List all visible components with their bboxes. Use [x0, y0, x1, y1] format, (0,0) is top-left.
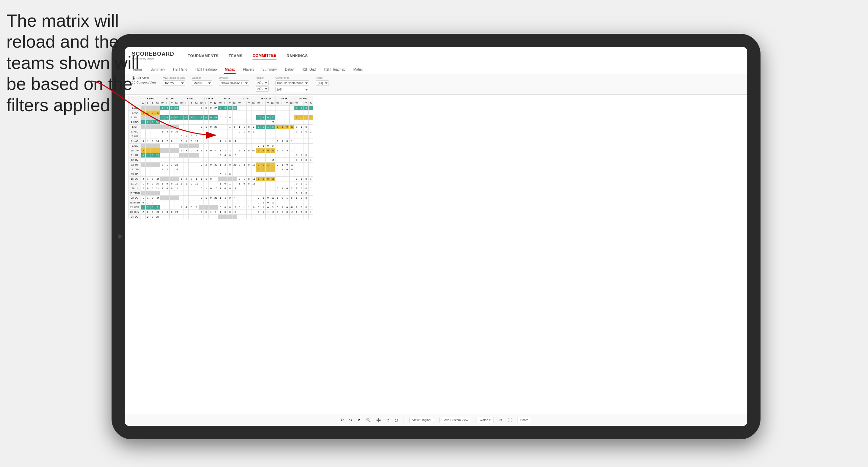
cell: 0 — [218, 172, 223, 177]
wlt-l8: L — [280, 101, 285, 106]
cell — [304, 134, 309, 139]
conference-select2[interactable]: (All) — [275, 87, 309, 92]
cell: 1 — [251, 129, 256, 134]
cell — [304, 200, 309, 205]
wlt-w2: W — [160, 101, 165, 106]
nav-committee[interactable]: COMMITTEE — [252, 52, 276, 59]
region-select2[interactable]: N/A — [256, 86, 269, 92]
col-header-uw: 10. UW — [160, 96, 179, 101]
cell: 0 — [199, 186, 204, 191]
cell — [289, 110, 294, 115]
cell: 1 — [280, 186, 285, 191]
cell — [285, 177, 289, 181]
cell — [170, 158, 174, 163]
sub-tab-h2h-grid1[interactable]: H2H Grid — [172, 66, 188, 74]
zoom-in-icon[interactable]: 🔍 — [366, 418, 371, 422]
reset-icon[interactable]: ◎ — [395, 418, 398, 422]
team-select[interactable]: (All) — [316, 80, 329, 86]
watch-btn[interactable]: Watch ▾ — [477, 417, 494, 423]
cell — [223, 129, 227, 134]
sub-tab-summary2[interactable]: Summary — [262, 66, 278, 74]
cell — [170, 134, 174, 139]
cell: 0 — [266, 148, 270, 153]
view-original-btn[interactable]: View: Original — [409, 417, 434, 423]
cell: 0 — [275, 139, 280, 144]
cell — [247, 144, 251, 148]
cell — [209, 134, 213, 139]
cell — [251, 115, 256, 120]
cell — [280, 134, 285, 139]
zoom-out-icon[interactable]: ➕ — [376, 418, 381, 422]
cell: 0 — [304, 191, 309, 196]
cell — [247, 191, 251, 196]
cell — [155, 106, 160, 110]
share-label: Share — [520, 418, 528, 422]
table-row: 19. TAMU 010 — [129, 191, 313, 196]
cell — [150, 144, 155, 148]
save-custom-btn[interactable]: Save Custom View — [439, 417, 471, 423]
cell: 22 — [174, 163, 179, 167]
cell — [209, 120, 213, 125]
cell — [280, 144, 285, 148]
cell — [155, 172, 160, 177]
cell: 0 — [204, 115, 209, 120]
cell: 0 — [294, 181, 299, 186]
region-select1[interactable]: N/A — [256, 80, 269, 85]
conference-select[interactable]: Pac-12 Conference (All) — [275, 80, 309, 86]
cell: 0 — [209, 148, 213, 153]
col-header-uo: 24. UO — [218, 96, 237, 101]
cell: 1 — [299, 153, 304, 158]
col-header-uu: 54. UU — [275, 96, 294, 101]
nav-tournaments[interactable]: TOURNAMENTS — [188, 52, 219, 59]
nav-teams[interactable]: TEAMS — [228, 52, 242, 59]
division-filter: Division NCAA Division I NCAA Division I… — [219, 76, 249, 86]
division-select[interactable]: NCAA Division I NCAA Division II — [219, 80, 249, 86]
sub-tab-summary1[interactable]: Summary — [150, 66, 166, 74]
row-label-fsu: 6. FSU — [129, 129, 141, 134]
cell — [261, 181, 266, 186]
cell — [251, 172, 256, 177]
settings-icon[interactable]: ⚙ — [499, 418, 503, 422]
cell — [141, 125, 145, 129]
cell — [304, 215, 309, 219]
cell — [184, 210, 189, 215]
cell — [160, 120, 165, 125]
sub-tab-matrix[interactable]: Matrix — [224, 66, 235, 74]
cell — [145, 115, 150, 120]
share-btn[interactable]: Share — [517, 417, 531, 423]
cell: 0 — [227, 139, 232, 144]
cell: 0 — [304, 129, 309, 134]
cell — [199, 158, 204, 163]
cell: 0 — [218, 205, 223, 210]
redo-icon[interactable]: ↪ — [349, 418, 352, 422]
cell — [218, 191, 223, 196]
cell — [232, 181, 237, 186]
sub-tab-h2h-heatmap1[interactable]: H2H Heatmap — [195, 66, 217, 74]
refresh-icon[interactable]: ↺ — [358, 418, 361, 422]
cell — [213, 134, 218, 139]
sub-tab-players[interactable]: Players — [242, 66, 255, 74]
cell: 1 — [179, 205, 184, 210]
cell — [165, 172, 170, 177]
cell — [160, 191, 165, 196]
sub-tab-detail[interactable]: Detail — [284, 66, 294, 74]
cell — [199, 139, 204, 144]
cell: 0 — [275, 205, 280, 210]
nav-rankings[interactable]: RANKINGS — [287, 52, 308, 59]
matrix-scroll-area[interactable]: 3. ASU 10. UW 11. UA 22. UCB 24. UO 27. … — [125, 95, 747, 414]
max-teams-select[interactable]: Top 25 Top 50 All — [163, 80, 185, 86]
cell: 10 — [213, 186, 218, 191]
cell — [199, 215, 204, 219]
sub-tab-h2h-heatmap2[interactable]: H2H Heatmap — [323, 66, 346, 74]
undo-icon[interactable]: ↩ — [341, 418, 344, 422]
gender-select[interactable]: Men's Women's — [192, 80, 212, 86]
sub-tab-matrix2[interactable]: Matrix — [353, 66, 363, 74]
sub-tab-h2h-grid2[interactable]: H2H Grid — [301, 66, 316, 74]
cell: 11 — [194, 181, 199, 186]
center-icon[interactable]: ⊙ — [386, 418, 389, 422]
cell: 1 — [218, 196, 223, 200]
cell: 0 — [189, 205, 194, 210]
cell: 0 — [275, 210, 280, 215]
fullscreen-icon[interactable]: ⛶ — [508, 418, 512, 422]
cell — [194, 172, 199, 177]
